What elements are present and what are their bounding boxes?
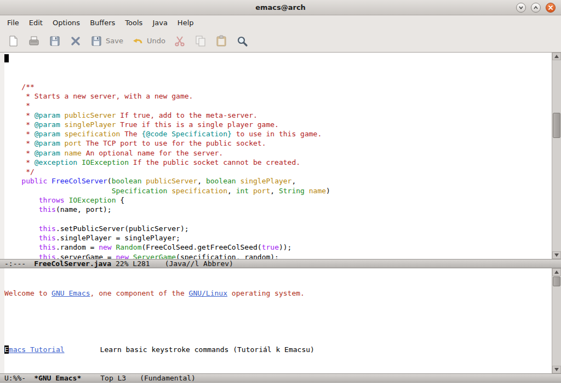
save-button-label: Save: [106, 37, 123, 45]
code-line: *: [4, 101, 552, 110]
code-line: */: [4, 167, 552, 176]
scroll-down-arrow[interactable]: [552, 251, 561, 259]
code-line: * Starts a new server, with a new game.: [4, 91, 552, 101]
code-line: * @param port The TCP port to use for th…: [4, 139, 552, 148]
copy-button[interactable]: [191, 32, 210, 50]
scroll-down-arrow[interactable]: [552, 366, 561, 373]
modeline-position: Top L3: [100, 374, 126, 382]
editor-scrollbar[interactable]: [552, 53, 561, 259]
splash-scrollbar[interactable]: [552, 268, 561, 373]
floppy-disk-icon: [48, 34, 61, 48]
code-line: public FreeColServer(boolean publicServe…: [4, 176, 552, 186]
modeline-modes[interactable]: (Fundamental): [140, 374, 196, 382]
magnifier-icon: [236, 34, 249, 48]
left-fringe: [0, 53, 4, 259]
text-cursor: [4, 54, 9, 62]
gnu-linux-link[interactable]: GNU/Linux: [189, 289, 227, 297]
scissors-icon: [173, 34, 186, 48]
code-lines: /** * Starts a new server, with a new ga…: [4, 82, 552, 259]
chevron-up-icon: [533, 5, 539, 10]
title-bar[interactable]: emacs@arch: [0, 0, 561, 15]
menu-file[interactable]: File: [2, 16, 24, 29]
mode-line-java-buffer: -:--- FreeColServer.java 22% L281 (Java/…: [0, 259, 561, 268]
chevron-down-icon: [518, 5, 524, 10]
save-as-button[interactable]: [45, 32, 65, 50]
code-line: * @param singlePlayer True if this is a …: [4, 120, 552, 129]
code-line: this.singlePlayer = singlePlayer;: [4, 233, 552, 243]
scrollbar-thumb[interactable]: [553, 113, 560, 138]
code-line: * @param specification The {@code Specif…: [4, 129, 552, 139]
new-file-button[interactable]: [3, 32, 23, 50]
window-title: emacs@arch: [0, 3, 561, 11]
x-mark-icon: [69, 34, 82, 48]
code-line: this.serverGame = new ServerGame(specifi…: [4, 252, 552, 260]
emacs-window: emacs@arch File Edit Options Buffers Too…: [0, 0, 561, 392]
splash-welcome-line: Welcome to GNU Emacs, one component of t…: [4, 289, 552, 298]
code-line: this.setPublicServer(publicServer);: [4, 224, 552, 233]
triangle-up-icon: [554, 270, 559, 274]
scrollbar-track[interactable]: [552, 60, 561, 251]
menu-java[interactable]: Java: [147, 16, 172, 29]
left-fringe: [0, 268, 4, 373]
undo-button-label: Undo: [147, 37, 165, 45]
open-file-button[interactable]: [24, 32, 44, 50]
code-line: [4, 215, 552, 224]
splash-tutorial-line: Emacs TutorialLearn basic keystroke comm…: [4, 345, 552, 354]
tutorial-description: Learn basic keystroke commands (Tutoriál…: [100, 345, 314, 354]
emacs-tutorial-link[interactable]: macs Tutorial: [9, 345, 65, 354]
open-drawer-icon: [27, 34, 41, 48]
modeline-buffer-name[interactable]: *GNU Emacs*: [34, 374, 81, 382]
modeline-flags: U:%%-: [4, 374, 26, 382]
minibuffer[interactable]: [0, 383, 561, 392]
maximize-button[interactable]: [531, 3, 541, 13]
splash-buffer[interactable]: Welcome to GNU Emacs, one component of t…: [4, 268, 552, 373]
code-line: * @param publicServer If true, add to th…: [4, 111, 552, 120]
undo-button[interactable]: Undo: [128, 32, 169, 50]
code-line: throws IOException {: [4, 195, 552, 205]
blank-page-icon: [7, 34, 20, 48]
code-line: /**: [4, 82, 552, 91]
scrollbar-thumb[interactable]: [553, 276, 560, 286]
triangle-down-icon: [554, 253, 559, 257]
tool-bar: Save Undo: [0, 30, 561, 53]
modeline-flags: -:---: [4, 260, 26, 268]
menu-options[interactable]: Options: [48, 16, 85, 29]
clipboard-icon: [215, 34, 228, 48]
splash-blank-line: [4, 316, 552, 326]
triangle-down-icon: [554, 368, 559, 371]
code-line: * @exception IOException If the public s…: [4, 158, 552, 167]
menu-help[interactable]: Help: [173, 16, 199, 29]
close-icon: [548, 5, 553, 10]
text-cursor: E: [4, 345, 9, 354]
scroll-up-arrow[interactable]: [552, 53, 561, 60]
code-line: this.random = new Random(FreeColSeed.get…: [4, 243, 552, 252]
modeline-position: 22% L281: [116, 260, 150, 268]
kill-buffer-button[interactable]: [66, 32, 85, 50]
mode-line-splash-buffer: U:%%- *GNU Emacs* Top L3 (Fundamental): [0, 373, 561, 383]
close-button[interactable]: [546, 3, 556, 13]
splash-window: Welcome to GNU Emacs, one component of t…: [0, 268, 561, 373]
paste-button[interactable]: [211, 32, 231, 50]
gnu-emacs-link[interactable]: GNU Emacs: [51, 289, 90, 297]
code-editor[interactable]: /** * Starts a new server, with a new ga…: [4, 53, 552, 259]
scrollbar-track[interactable]: [552, 276, 561, 366]
search-button[interactable]: [232, 32, 252, 50]
editor-window: /** * Starts a new server, with a new ga…: [0, 53, 561, 259]
menu-buffers[interactable]: Buffers: [85, 16, 120, 29]
menu-edit[interactable]: Edit: [24, 16, 48, 29]
code-line: this(name, port);: [4, 205, 552, 214]
modeline-modes[interactable]: (Java//l Abbrev): [165, 260, 233, 268]
minimize-button[interactable]: [516, 3, 526, 13]
code-line: Specification specification, int port, S…: [4, 186, 552, 195]
window-controls: [516, 3, 561, 13]
copy-pages-icon: [194, 34, 207, 48]
scroll-up-arrow[interactable]: [552, 268, 561, 276]
floppy-disk-icon: [90, 34, 103, 48]
save-button[interactable]: Save: [87, 32, 127, 50]
menu-bar: File Edit Options Buffers Tools Java Hel…: [0, 15, 561, 30]
undo-arrow-icon: [131, 34, 144, 48]
modeline-buffer-name[interactable]: FreeColServer.java: [34, 260, 111, 268]
menu-tools[interactable]: Tools: [120, 16, 147, 29]
triangle-up-icon: [554, 55, 559, 58]
cut-button[interactable]: [170, 32, 190, 50]
